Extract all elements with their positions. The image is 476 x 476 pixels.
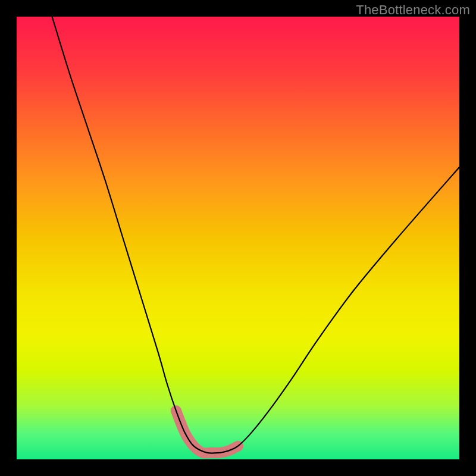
watermark-text: TheBottleneck.com [356,2,470,18]
u-highlight [176,411,238,453]
bottleneck-curve-left-branch [52,17,221,453]
bottleneck-curve-right-branch [220,167,459,453]
chart-svg [17,17,459,459]
